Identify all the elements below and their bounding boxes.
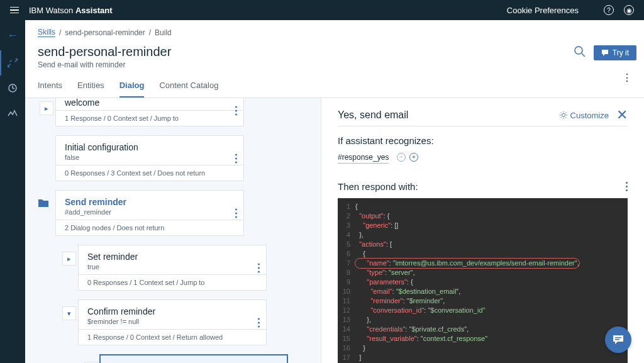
node-editor: Customize ✕ If assistant recognizes: #re… <box>321 98 644 363</box>
rail-build-icon[interactable] <box>0 50 25 75</box>
node-title: Set reminder <box>87 252 241 262</box>
node-title: Confirm reminder <box>87 306 241 316</box>
tab-dialog[interactable]: Dialog <box>119 81 145 98</box>
response-overflow-icon[interactable] <box>626 182 628 191</box>
page-title: send-personal-reminder <box>38 45 631 59</box>
svg-point-1 <box>575 47 582 54</box>
cookie-preferences-link[interactable]: Cookie Preferences <box>507 6 579 15</box>
hamburger-icon[interactable] <box>10 7 19 14</box>
top-bar: IBM Watson Assistant Cookie Preferences … <box>0 0 644 20</box>
node-footer: 1 Response / 0 Context set / Jump to <box>56 110 243 126</box>
breadcrumb-leaf: Build <box>155 28 172 37</box>
recognizes-label: If assistant recognizes: <box>338 135 628 146</box>
dialog-node[interactable]: ▸Yes, send email#response_yes0 Responses… <box>99 354 288 363</box>
search-icon[interactable] <box>574 45 586 60</box>
node-overflow-icon[interactable] <box>235 106 237 115</box>
breadcrumb: Skills / send-personal-reminder / Build <box>38 28 631 37</box>
dialog-node[interactable]: Send reminder#add_reminder2 Dialog nodes… <box>55 190 244 236</box>
folder-icon <box>38 198 48 209</box>
condition-chip[interactable]: #response_yes <box>338 152 389 164</box>
node-overflow-icon[interactable] <box>235 208 237 218</box>
close-icon[interactable]: ✕ <box>616 107 628 123</box>
node-footer: 1 Response / 0 Context set / Return allo… <box>79 329 266 345</box>
node-condition: #add_reminder <box>65 208 218 216</box>
rail-improve-icon[interactable] <box>0 101 25 126</box>
node-footer: 0 Responses / 1 Context set / Jump to <box>79 274 266 290</box>
svg-rect-4 <box>615 337 621 338</box>
dialog-node[interactable]: ▸welcome1 Response / 0 Context set / Jum… <box>55 98 244 126</box>
node-overflow-icon[interactable] <box>235 154 237 163</box>
tab-entities[interactable]: Entities <box>77 81 104 98</box>
breadcrumb-root[interactable]: Skills <box>38 28 55 37</box>
node-footer: 2 Dialog nodes / Does not return <box>56 220 243 235</box>
tabs: Intents Entities Dialog Content Catalog <box>38 81 631 98</box>
chevron-right-icon[interactable]: ▸ <box>62 252 76 265</box>
customize-button[interactable]: Customize <box>559 111 609 120</box>
account-icon[interactable]: ◉ <box>624 5 634 16</box>
left-rail: ← <box>0 20 25 363</box>
chevron-right-icon[interactable]: ▸ <box>40 101 53 115</box>
customize-label: Customize <box>570 111 609 120</box>
help-icon[interactable]: ? <box>604 5 614 16</box>
node-title: welcome <box>65 98 218 108</box>
chat-fab-icon[interactable] <box>605 327 631 353</box>
node-condition: $reminder != null <box>87 318 241 325</box>
brand-light: IBM Watson <box>29 6 75 15</box>
breadcrumb-skill: send-personal-reminder <box>65 28 145 37</box>
page-subtitle: Send e-mail with reminder <box>38 60 631 69</box>
main: Skills / send-personal-reminder / Build … <box>25 20 644 363</box>
try-it-label: Try it <box>613 48 629 57</box>
node-title-input[interactable] <box>338 107 552 123</box>
rail-analytics-icon[interactable] <box>0 75 25 101</box>
chevron-down-icon[interactable]: ▾ <box>62 306 76 320</box>
back-arrow-icon[interactable]: ← <box>0 25 25 45</box>
dialog-node[interactable]: Initial configurationfalse0 Responses / … <box>55 135 244 181</box>
node-condition: false <box>65 154 218 161</box>
page-overflow-icon[interactable]: ⋮ <box>622 72 633 84</box>
dialog-node[interactable]: ▾Confirm reminder$reminder != null1 Resp… <box>78 299 267 345</box>
node-title: Initial configuration <box>65 142 218 152</box>
tab-intents[interactable]: Intents <box>38 81 62 98</box>
svg-line-2 <box>582 53 585 57</box>
dialog-node[interactable]: ▸Set remindertrue0 Responses / 1 Context… <box>78 245 267 291</box>
tab-content-catalog[interactable]: Content Catalog <box>159 81 218 98</box>
brand-bold: Assistant <box>75 6 113 15</box>
remove-condition-icon[interactable]: − <box>397 153 406 162</box>
page-header: Skills / send-personal-reminder / Build … <box>25 20 644 98</box>
node-condition: true <box>87 263 241 271</box>
svg-point-3 <box>562 113 565 116</box>
brand: IBM Watson Assistant <box>29 6 112 15</box>
add-condition-icon[interactable]: + <box>409 153 418 162</box>
node-overflow-icon[interactable] <box>258 318 260 327</box>
node-footer: 0 Responses / 3 Context set / Does not r… <box>56 165 243 181</box>
node-overflow-icon[interactable] <box>258 263 260 272</box>
dialog-tree: ▸welcome1 Response / 0 Context set / Jum… <box>25 98 321 363</box>
svg-rect-5 <box>615 339 619 340</box>
respond-label: Then respond with: <box>338 181 626 192</box>
node-title: Send reminder <box>65 197 218 207</box>
json-response-editor[interactable]: 1{2 "output": {3 "generic": []4 },5 "act… <box>338 198 628 363</box>
try-it-button[interactable]: Try it <box>594 45 636 60</box>
